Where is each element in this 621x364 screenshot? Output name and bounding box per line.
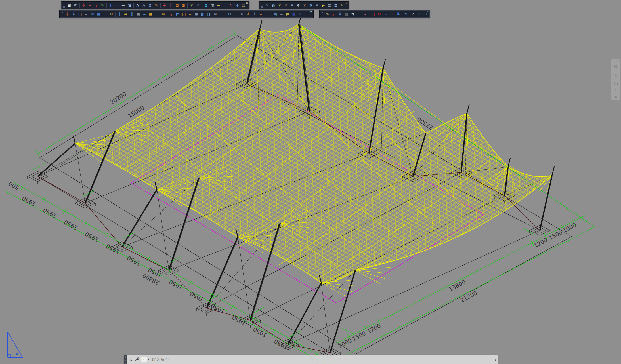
red-frame-x-icon[interactable]: ⊠ (376, 11, 383, 17)
dim-node-icon[interactable]: ╪ (161, 2, 168, 9)
corner-icon[interactable]: ◤ (175, 11, 181, 17)
ab-arrow-icon[interactable]: ↗ (410, 11, 416, 17)
grid-orange-icon[interactable]: ⊞ (174, 2, 180, 9)
text-icon[interactable]: A (141, 2, 147, 9)
stair-icon[interactable]: ≣ (141, 11, 148, 17)
toolbar-grip[interactable] (261, 3, 263, 8)
insert-col-icon[interactable]: ⇓ (337, 11, 343, 17)
windows-icon[interactable]: ⊞ (203, 2, 209, 9)
drawing-canvas[interactable]: 20200 15000 28300 1950 1950 1950 1950 19… (0, 0, 621, 364)
beam-section-icon[interactable]: ╥ (331, 11, 337, 17)
block-box-icon[interactable]: ◱ (77, 11, 83, 17)
ucs-cross-icon[interactable]: ✛ (108, 2, 114, 9)
rotate-icon[interactable]: ↻ (228, 2, 234, 9)
frame-icon[interactable]: ▭ (114, 2, 120, 9)
cross-box-icon[interactable]: ✛ (233, 11, 239, 17)
wall-edit-icon[interactable]: ╫ (129, 11, 135, 17)
freeze-new-icon[interactable]: ❄ (295, 2, 301, 9)
move-icon[interactable]: ✚ (234, 2, 240, 9)
tpk-icon[interactable]: ◨ (206, 11, 212, 17)
node-grid-icon[interactable]: ╬ (81, 2, 87, 9)
wrench-icon[interactable] (135, 357, 139, 362)
layers-a-icon[interactable]: ≣ (326, 2, 333, 9)
columns-icon[interactable]: ▥ (343, 11, 349, 17)
node-tee-icon[interactable]: ╥ (93, 2, 99, 9)
dim-vert-icon[interactable]: ↕ (251, 11, 258, 17)
command-history-caret[interactable]: ▾ (148, 358, 149, 361)
doc-bulb-icon[interactable]: ▤ (285, 11, 291, 17)
layers-b-icon[interactable]: ≣ (333, 2, 339, 9)
link-beam-icon[interactable]: ∼ (356, 11, 362, 17)
toolbar-grip[interactable] (63, 3, 65, 8)
frozen-b-icon[interactable]: ❄ (314, 2, 320, 9)
dim-down-icon[interactable]: ↓ (245, 11, 251, 17)
box-del-icon[interactable]: ⊠ (212, 11, 218, 17)
steering-wheel-icon[interactable]: 2D (612, 62, 620, 71)
pipe-icon[interactable]: ◥ (349, 11, 356, 17)
command-prompt-icon[interactable]: ›_ (141, 357, 147, 362)
span-icon[interactable]: ⇄ (123, 11, 129, 17)
axis-grid-icon[interactable]: ╬ (64, 11, 71, 17)
bracket-icon[interactable]: ⊓ (226, 11, 233, 17)
dim-ticks-icon[interactable]: ┿ (264, 11, 270, 17)
node-grid2-icon[interactable]: ╪ (87, 2, 93, 9)
command-expand-icon[interactable]: ▴ (495, 358, 496, 361)
command-bar[interactable]: ✕ ›_ ▾ 鍵入命令 ▴ (124, 355, 499, 364)
grid-orange2-icon[interactable]: ⊠ (180, 2, 186, 9)
toolbar-close-button[interactable]: ✕ (426, 10, 429, 14)
bulb-on-icon[interactable]: ☼ (264, 2, 270, 9)
grid-highlight-icon[interactable]: ▦ (148, 11, 154, 17)
doc-link-icon[interactable]: ↗ (297, 11, 303, 17)
dim-node2-icon[interactable]: ╫ (168, 2, 174, 9)
target-icon[interactable]: ✛ (389, 11, 395, 17)
help-icon[interactable]: ? (416, 11, 422, 17)
navbar-close-icon[interactable]: ✕ (616, 60, 620, 62)
doc-list-icon[interactable]: ≣ (278, 11, 285, 17)
frozen-a-icon[interactable]: ❄ (308, 2, 314, 9)
insert-box-icon[interactable]: ◲ (168, 11, 175, 17)
navbar-collapse-icon[interactable]: ⊖ (612, 95, 620, 99)
dim-linear-icon[interactable]: ↔ (239, 11, 245, 17)
doc-find-icon[interactable]: ▥ (291, 11, 297, 17)
bulb-yellow-icon[interactable]: ☼ (276, 2, 283, 9)
calc2-icon[interactable]: ▦ (193, 11, 200, 17)
bulb-off-icon[interactable]: ☼ (195, 2, 201, 9)
ruler-icon[interactable]: ▬ (215, 2, 222, 9)
curve-icon[interactable]: ∼ (220, 11, 226, 17)
sketch-pencil-icon[interactable]: ✎ (99, 2, 106, 9)
image-icon[interactable]: ◪ (126, 2, 133, 9)
command-input[interactable]: 鍵入命令 (152, 357, 169, 362)
grid-del-icon[interactable]: ⊠ (108, 11, 114, 17)
freeze-icon[interactable]: ❄ (289, 2, 295, 9)
doc-edit-icon[interactable]: ✎ (153, 2, 160, 9)
zoom-window-icon[interactable]: ◰ (72, 2, 79, 9)
toolbar-close-button[interactable]: ✕ (309, 10, 313, 14)
bulb-box-icon[interactable]: ☼ (188, 2, 195, 9)
red-frame-icon[interactable]: ▢ (370, 11, 376, 17)
command-bar-grip[interactable] (124, 355, 127, 364)
tjk-icon[interactable]: ◧ (200, 11, 206, 17)
hatch-icon[interactable]: ▦ (135, 11, 141, 17)
align-icon[interactable]: ≣ (83, 11, 89, 17)
window-dark-icon[interactable]: ◫ (209, 2, 215, 9)
navbar-more-chevron[interactable]: ▾ (612, 88, 620, 91)
toolbar-close-button[interactable]: ✕ (345, 2, 348, 5)
pan-hand-icon[interactable] (612, 71, 620, 79)
toolbar-grip[interactable] (322, 12, 323, 16)
grid-del2-icon[interactable]: ⊠ (160, 11, 166, 17)
command-close-icon[interactable]: ✕ (129, 358, 132, 362)
kz-grid-icon[interactable]: ⊞ (89, 11, 96, 17)
ab-label-icon[interactable]: AB (403, 11, 410, 17)
text-lines-icon[interactable]: ≣ (147, 2, 153, 9)
snap-icon[interactable]: ✛ (222, 2, 228, 9)
spline-icon[interactable]: ≈ (362, 11, 368, 17)
stair2-icon[interactable]: ≣ (187, 11, 193, 17)
bulb-go-icon[interactable]: ▶ (320, 2, 326, 9)
bulb-partial-icon[interactable]: ◐ (270, 2, 276, 9)
dim-down2-icon[interactable]: ↓ (258, 11, 264, 17)
toolbar-grip[interactable] (62, 12, 63, 16)
calc-icon[interactable]: ⊞ (154, 11, 160, 17)
lj-box-icon[interactable]: ◳ (181, 11, 187, 17)
select-icon[interactable]: ▣ (66, 2, 72, 9)
text-edit-icon[interactable]: A (135, 2, 141, 9)
